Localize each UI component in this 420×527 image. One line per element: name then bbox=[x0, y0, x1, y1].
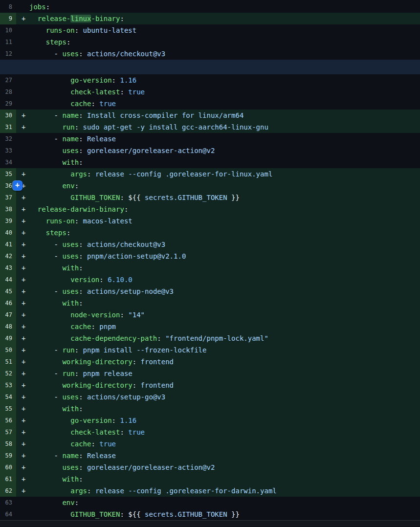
diff-line-row: 48+ cache: pnpm bbox=[0, 321, 420, 332]
code-line-content: + GITHUB_TOKEN: ${{ secrets.GITHUB_TOKEN… bbox=[16, 192, 420, 203]
line-number[interactable]: 49 bbox=[0, 332, 16, 344]
syntax-token: : bbox=[79, 264, 83, 272]
line-number[interactable]: 48 bbox=[0, 321, 16, 332]
diff-context-marker bbox=[22, 145, 29, 156]
diff-context-marker bbox=[22, 156, 29, 168]
line-number[interactable]: 32 bbox=[0, 133, 16, 145]
syntax-token: : bbox=[75, 217, 83, 225]
syntax-token: : bbox=[79, 158, 83, 166]
line-number[interactable]: 27 bbox=[0, 74, 16, 86]
line-number[interactable]: 38 bbox=[0, 203, 16, 215]
line-number[interactable]: 9 bbox=[0, 13, 16, 24]
code-line-content: + - uses: actions/setup-go@v3 bbox=[16, 391, 420, 403]
line-number[interactable]: 61 bbox=[0, 473, 16, 485]
syntax-token bbox=[29, 428, 70, 436]
syntax-token: steps bbox=[46, 38, 66, 46]
diff-line-row: 50+ - run: pnpm install --frozen-lockfil… bbox=[0, 344, 420, 356]
syntax-token: working-directory bbox=[62, 381, 132, 389]
syntax-token: actions/checkout@v3 bbox=[87, 50, 165, 58]
syntax-token bbox=[29, 217, 46, 225]
line-number[interactable]: 43 bbox=[0, 262, 16, 274]
syntax-token: GITHUB_TOKEN bbox=[70, 194, 120, 201]
syntax-token: - bbox=[29, 135, 62, 143]
line-number[interactable]: 42 bbox=[0, 250, 16, 262]
syntax-token bbox=[29, 487, 70, 495]
code-line-content: + cache: true bbox=[16, 438, 420, 450]
diff-view: 8 jobs:9+ release-linux-binary:10 runs-o… bbox=[0, 0, 420, 527]
line-number[interactable]: 37 bbox=[0, 192, 16, 203]
line-number[interactable]: 50 bbox=[0, 344, 16, 356]
diff-added-marker: + bbox=[22, 379, 29, 391]
diff-line-row: 41+ - uses: actions/checkout@v3 bbox=[0, 239, 420, 250]
syntax-token: pnpm/action-setup@v2.1.0 bbox=[87, 252, 186, 260]
diff-line-row: 44+ version: 6.10.0 bbox=[0, 274, 420, 285]
line-number[interactable]: 11 bbox=[0, 36, 16, 48]
line-number[interactable]: 28 bbox=[0, 86, 16, 98]
line-number[interactable]: 52 bbox=[0, 368, 16, 379]
line-number[interactable]: 30 bbox=[0, 110, 16, 121]
line-number[interactable]: 63 bbox=[0, 497, 16, 508]
syntax-token: true bbox=[99, 100, 116, 108]
line-number[interactable]: 60 bbox=[0, 461, 16, 473]
line-number[interactable]: 62 bbox=[0, 485, 16, 497]
line-number[interactable]: 12 bbox=[0, 48, 16, 60]
syntax-token: name bbox=[62, 111, 79, 119]
line-number[interactable]: 47 bbox=[0, 309, 16, 321]
diff-expand-hidden-lines-row[interactable] bbox=[0, 60, 420, 74]
diff-line-row: 57+ check-latest: true bbox=[0, 426, 420, 438]
line-number[interactable]: 39 bbox=[0, 215, 16, 227]
line-number[interactable]: 41 bbox=[0, 239, 16, 250]
syntax-token: name bbox=[62, 452, 79, 460]
syntax-token: actions/setup-node@v3 bbox=[87, 287, 174, 295]
diff-context-marker bbox=[22, 86, 29, 98]
diff-line-row: 54+ - uses: actions/setup-go@v3 bbox=[0, 391, 420, 403]
diff-line-row: 33 uses: goreleaser/goreleaser-action@v2 bbox=[0, 145, 420, 156]
diff-line-row: 56+ go-version: 1.16 bbox=[0, 415, 420, 426]
diff-line-row: 63 env: bbox=[0, 497, 420, 508]
syntax-token: uses bbox=[62, 393, 79, 401]
diff-line-row: 60+ uses: goreleaser/goreleaser-action@v… bbox=[0, 461, 420, 473]
line-number[interactable]: 10 bbox=[0, 24, 16, 36]
line-number[interactable]: 64 bbox=[0, 508, 16, 520]
line-number[interactable]: 8 bbox=[0, 1, 16, 13]
syntax-token: pnpm release bbox=[83, 370, 133, 377]
line-number[interactable]: 35 bbox=[0, 168, 16, 180]
line-number[interactable]: 46 bbox=[0, 297, 16, 309]
line-number[interactable]: 33 bbox=[0, 145, 16, 156]
line-number[interactable]: 31 bbox=[0, 121, 16, 133]
line-number[interactable]: 56 bbox=[0, 415, 16, 426]
diff-added-marker: + bbox=[22, 121, 29, 133]
line-number[interactable]: 53 bbox=[0, 379, 16, 391]
syntax-token bbox=[29, 417, 70, 424]
diff-added-marker: + bbox=[22, 262, 29, 274]
line-number[interactable]: 40 bbox=[0, 227, 16, 239]
line-number[interactable]: 58 bbox=[0, 438, 16, 450]
line-number[interactable]: 59 bbox=[0, 450, 16, 461]
line-number[interactable]: 29 bbox=[0, 98, 16, 110]
code-line-content: + working-directory: frontend bbox=[16, 356, 420, 368]
add-line-comment-button[interactable]: + bbox=[12, 180, 22, 191]
diff-added-marker: + bbox=[22, 485, 29, 497]
diff-line-row: 52+ - run: pnpm release bbox=[0, 368, 420, 379]
line-number[interactable]: 57 bbox=[0, 426, 16, 438]
syntax-token: with bbox=[62, 405, 79, 413]
code-line-content: + - run: pnpm install --frozen-lockfile bbox=[16, 344, 420, 356]
line-number[interactable]: 45 bbox=[0, 285, 16, 297]
syntax-token: name bbox=[62, 135, 79, 143]
code-line-content: + - name: Install cross-compiler for lin… bbox=[16, 110, 420, 121]
syntax-token: goreleaser/goreleaser-action@v2 bbox=[87, 463, 215, 471]
syntax-token: go-version bbox=[70, 76, 111, 84]
line-number[interactable]: 44 bbox=[0, 274, 16, 285]
syntax-token: : bbox=[120, 88, 128, 96]
syntax-token: - bbox=[29, 346, 62, 354]
code-line-content: env: bbox=[16, 497, 420, 508]
line-number[interactable]: 34 bbox=[0, 156, 16, 168]
diff-added-marker: + bbox=[22, 309, 29, 321]
syntax-token bbox=[29, 264, 62, 272]
syntax-token: run bbox=[62, 123, 74, 131]
line-number[interactable]: 55 bbox=[0, 403, 16, 415]
syntax-token: with bbox=[62, 264, 79, 272]
syntax-token: - bbox=[29, 287, 62, 295]
line-number[interactable]: 51 bbox=[0, 356, 16, 368]
line-number[interactable]: 54 bbox=[0, 391, 16, 403]
